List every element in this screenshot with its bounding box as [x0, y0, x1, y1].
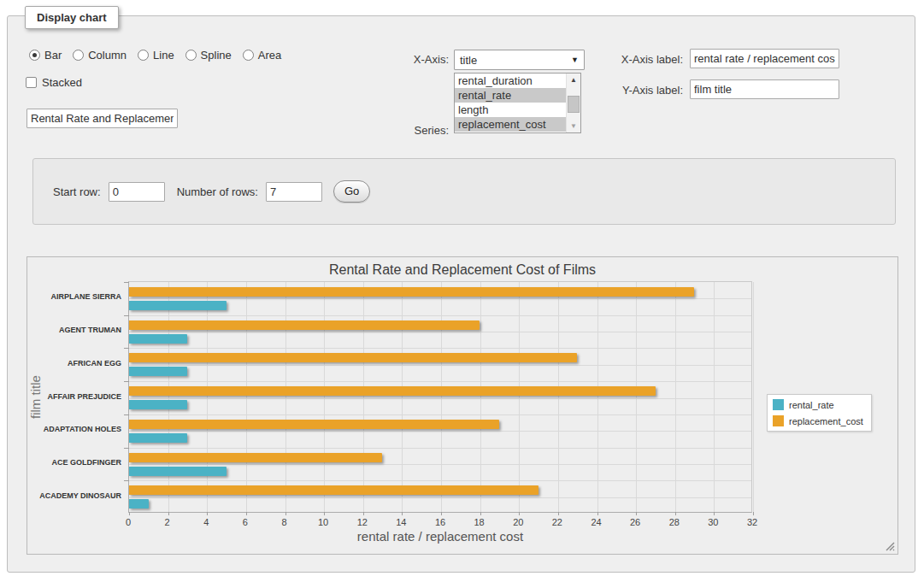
x-tick-label: 14 [390, 517, 412, 527]
chart-type-option-bar[interactable]: Bar [29, 49, 62, 62]
x-axis-selected-value: title [460, 54, 568, 67]
chart-title-input[interactable] [26, 109, 178, 128]
bar-rental_rate [129, 433, 187, 443]
x-tick-mark [480, 512, 481, 515]
gridline-vertical [480, 282, 481, 512]
x-axis-title: rental rate / replacement cost [128, 529, 752, 544]
bar-replacement_cost [129, 386, 656, 396]
x-tick-mark [519, 512, 520, 515]
y-tick-mark [124, 480, 129, 481]
gridline-vertical [246, 282, 247, 512]
y-tick-mark [124, 448, 129, 449]
go-button[interactable]: Go [333, 180, 370, 203]
stacked-checkbox-row[interactable]: Stacked [26, 76, 82, 89]
x-tick-mark [558, 512, 559, 515]
category-label: ADAPTATION HOLES [27, 425, 121, 433]
bar-replacement_cost [129, 485, 539, 495]
series-option-rental_duration[interactable]: rental_duration [455, 73, 566, 88]
chart-type-option-line[interactable]: Line [138, 49, 174, 62]
x-tick-mark [207, 512, 208, 515]
gridline-horizontal [129, 480, 751, 481]
series-option-replacement_cost[interactable]: replacement_cost [455, 117, 566, 132]
gridline-horizontal [129, 431, 751, 432]
gridline-vertical [558, 282, 559, 512]
x-tick-mark [675, 512, 676, 515]
gridline-vertical [597, 282, 598, 512]
bar-rental_rate [129, 467, 227, 476]
x-axis-select[interactable]: title ▼ [454, 50, 585, 70]
y-tick-mark [124, 315, 129, 316]
chart-type-label: Column [88, 49, 127, 62]
start-row-label: Start row: [53, 185, 101, 198]
x-tick-mark [597, 512, 598, 515]
chart-type-option-spline[interactable]: Spline [185, 49, 232, 62]
radio-icon [73, 50, 84, 61]
stacked-checkbox[interactable] [26, 77, 37, 88]
series-listbox-options: rental_durationrental_ratelengthreplacem… [455, 73, 566, 132]
series-listbox-scrollbar[interactable]: ▲ ▼ [566, 73, 580, 132]
x-tick-mark [402, 512, 403, 515]
gridline-vertical [636, 282, 637, 512]
chart-type-radiogroup: BarColumnLineSplineArea [29, 49, 281, 62]
radio-icon [138, 50, 149, 61]
gridline-horizontal [129, 365, 751, 366]
y-axis-label-input[interactable] [690, 79, 839, 99]
x-tick-label: 20 [507, 517, 529, 527]
start-row-input[interactable] [109, 182, 165, 202]
x-axis-label-caption: X-Axis label: [606, 53, 683, 66]
gridline-horizontal [129, 381, 751, 382]
bar-rental_rate [129, 367, 187, 376]
gridline-vertical [285, 282, 286, 512]
y-tick-mark [124, 381, 129, 382]
bar-rental_rate [129, 499, 149, 509]
x-tick-mark [363, 512, 364, 515]
series-option-rental_rate[interactable]: rental_rate [455, 88, 566, 103]
x-tick-label: 24 [586, 517, 608, 527]
resize-handle-icon[interactable] [885, 541, 895, 551]
x-tick-mark [246, 512, 247, 515]
gridline-horizontal [129, 448, 751, 449]
chart-type-label: Area [258, 49, 281, 62]
num-rows-label: Number of rows: [177, 185, 258, 198]
gridline-horizontal [129, 348, 751, 349]
scrollbar-thumb[interactable] [568, 96, 580, 113]
x-tick-label: 10 [312, 517, 334, 527]
x-tick-label: 18 [468, 517, 491, 527]
category-label: ACADEMY DINOSAUR [27, 491, 121, 500]
chart-type-option-area[interactable]: Area [243, 49, 281, 62]
bar-rental_rate [129, 400, 187, 409]
page: { "panel": { "legend_title": "Display ch… [0, 0, 924, 582]
x-tick-label: 4 [195, 517, 217, 527]
chart-type-label: Spline [201, 49, 232, 62]
x-tick-label: 2 [156, 517, 179, 527]
legend-item-rental_rate: rental_rate [773, 399, 863, 410]
x-tick-mark [714, 512, 715, 515]
x-tick-mark [129, 512, 130, 515]
legend-swatch [773, 415, 784, 426]
x-tick-label: 0 [117, 517, 139, 527]
scroll-up-icon[interactable]: ▲ [567, 73, 580, 86]
gridline-vertical [402, 282, 403, 512]
category-label: AIRPLANE SIERRA [27, 292, 121, 301]
fieldset-legend-title: Display chart [25, 6, 119, 29]
legend-swatch [773, 399, 784, 410]
legend-label: replacement_cost [789, 416, 863, 426]
gridline-vertical [324, 282, 325, 512]
x-axis-label-input[interactable] [690, 49, 839, 68]
num-rows-input[interactable] [266, 182, 322, 202]
x-tick-mark [324, 512, 325, 515]
gridline-horizontal [129, 497, 751, 498]
y-tick-mark [124, 282, 129, 283]
chart-type-option-column[interactable]: Column [73, 49, 127, 62]
row-range-panel: Start row: Number of rows: Go [32, 158, 896, 225]
chevron-down-icon: ▼ [571, 56, 579, 64]
scroll-down-icon[interactable]: ▼ [567, 120, 580, 132]
display-chart-fieldset: Display chart BarColumnLineSplineArea St… [7, 15, 915, 573]
category-label: AGENT TRUMAN [27, 326, 121, 334]
series-listbox[interactable]: rental_durationrental_ratelengthreplacem… [454, 73, 581, 133]
x-tick-label: 22 [546, 517, 568, 527]
stacked-label: Stacked [42, 76, 82, 89]
series-option-length[interactable]: length [455, 103, 566, 117]
x-tick-label: 6 [234, 517, 256, 527]
x-axis-select-caption: X-Axis: [367, 53, 449, 66]
